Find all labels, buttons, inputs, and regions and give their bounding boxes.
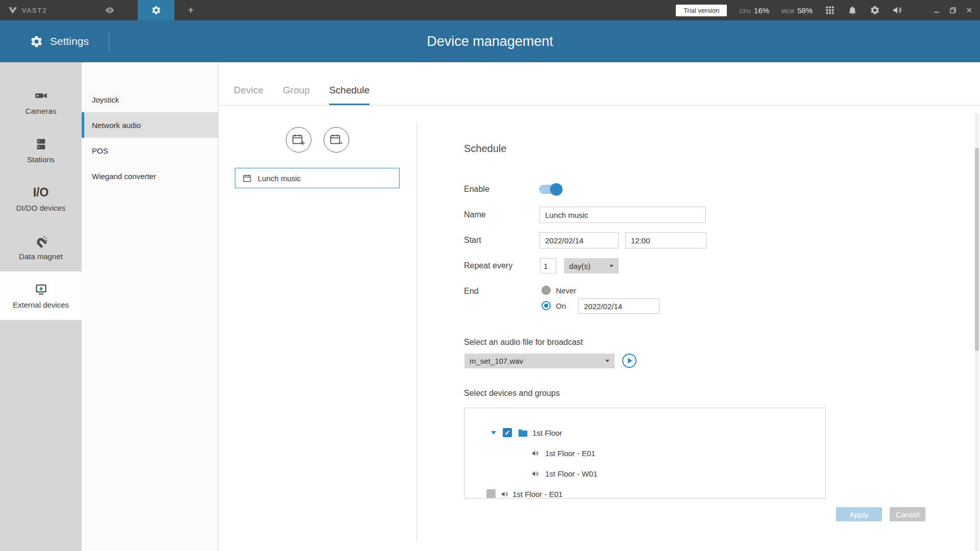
schedule-item-label: Lunch music (258, 174, 301, 183)
tree-row-e01[interactable]: 1st Floor - E01 (464, 443, 825, 463)
apps-grid-icon[interactable] (825, 5, 835, 15)
repeat-count-input[interactable] (540, 258, 556, 273)
app-name: VAST2 (22, 7, 47, 14)
chevron-down-icon (609, 265, 614, 267)
titlebar-right: Trial version CPU 16% MEM 58% (676, 0, 973, 20)
sidebar-item-network-audio[interactable]: Network audio (82, 112, 218, 138)
rail-item-dido-devices[interactable]: I/O DI/DO devices (0, 174, 82, 223)
radio-on[interactable] (542, 301, 551, 310)
titlebar: VAST2 + Trial version CPU 16% MEM 58% (0, 0, 980, 20)
vast-logo-icon (8, 7, 17, 14)
remove-schedule-button[interactable] (324, 127, 349, 153)
tree-node-label: 1st Floor - E01 (545, 449, 595, 458)
play-audio-button[interactable] (622, 353, 637, 368)
rail-item-stations[interactable]: Stations (0, 126, 82, 174)
add-schedule-button[interactable] (286, 127, 311, 153)
mem-stat: MEM 58% (781, 6, 813, 15)
app-logo: VAST2 (8, 0, 47, 20)
pane-divider (416, 123, 417, 541)
end-on-option[interactable]: On (542, 301, 566, 310)
window-controls (933, 7, 973, 14)
io-icon: I/O (33, 186, 49, 199)
devices-groups-label: Select devices and groups (464, 389, 560, 398)
never-label: Never (556, 286, 576, 295)
body: Cameras Stations I/O DI/DO devices Data … (0, 62, 980, 551)
form-heading: Schedule (464, 143, 506, 155)
repeat-unit-select[interactable]: day(s) (564, 258, 619, 273)
device-tree: 1st Floor 1st Floor - E01 1st Floor - W0… (464, 408, 826, 498)
tree-node-label: 1st Floor (532, 429, 562, 437)
close-icon[interactable] (966, 7, 973, 14)
sidebar-item-joystick[interactable]: Joystick (82, 87, 218, 112)
mem-value: 58% (797, 6, 813, 15)
rail-item-label: Cameras (26, 107, 57, 115)
calendar-remove-icon (330, 134, 343, 146)
audio-file-select[interactable]: m_set_107.wav (464, 354, 615, 368)
tree-row-e01-partial[interactable]: 1st Floor - E01 (464, 484, 825, 498)
tab-schedule[interactable]: Schedule (329, 85, 370, 105)
enable-toggle[interactable] (539, 185, 561, 194)
rail-item-label: DI/DO devices (16, 204, 66, 212)
repeat-unit-value: day(s) (569, 262, 591, 270)
settings-tab[interactable] (138, 0, 175, 20)
sidebar-item-wiegand-converter[interactable]: Wiegand converter (82, 163, 218, 189)
restore-icon[interactable] (949, 7, 957, 14)
sidebar-item-pos[interactable]: POS (82, 138, 218, 163)
start-time-input[interactable] (625, 232, 706, 248)
calendar-add-icon (292, 134, 305, 146)
play-icon (622, 353, 637, 368)
gear-icon (151, 5, 161, 15)
tab-bar: Device Group Schedule (234, 85, 370, 105)
checkbox-checked[interactable] (503, 428, 512, 437)
rail-item-label: Data magnet (19, 252, 63, 261)
start-date-input[interactable] (540, 232, 619, 248)
end-date-input[interactable] (578, 298, 659, 314)
rail-item-data-magnet[interactable]: Data magnet (0, 223, 82, 271)
notifications-bell-icon[interactable] (847, 5, 857, 15)
speaker-icon (531, 449, 540, 457)
rail-item-external-devices[interactable]: External devices (0, 271, 82, 320)
checkbox-unchecked[interactable] (486, 489, 496, 498)
audio-file-label: Select an audio file for broadcast (464, 338, 583, 347)
cancel-button[interactable]: Cancel (890, 507, 925, 521)
tree-node-label: 1st Floor - W01 (545, 469, 598, 478)
schedule-list-item[interactable]: Lunch music (235, 168, 400, 188)
camera-icon (34, 89, 48, 103)
expand-arrow-icon[interactable] (491, 431, 496, 435)
viewer-eye-icon[interactable] (105, 5, 115, 15)
name-input[interactable] (540, 207, 706, 223)
volume-speaker-icon[interactable] (892, 5, 902, 15)
tab-device[interactable]: Device (234, 85, 263, 105)
vast2-window: VAST2 + Trial version CPU 16% MEM 58% (0, 0, 980, 551)
left-rail: Cameras Stations I/O DI/DO devices Data … (0, 62, 82, 551)
audio-file-value: m_set_107.wav (470, 357, 523, 365)
rail-item-label: Stations (27, 155, 55, 164)
end-never-option[interactable]: Never (542, 286, 576, 295)
speaker-icon (500, 490, 509, 498)
page-header: Settings Device management (0, 20, 980, 62)
tabs-divider (218, 105, 980, 106)
enable-label: Enable (464, 185, 489, 194)
main-content: Device Group Schedule Lunch music Schedu… (218, 62, 980, 551)
cpu-stat: CPU 16% (739, 6, 769, 15)
minimize-icon[interactable] (933, 7, 940, 14)
tree-row-1st-floor[interactable]: 1st Floor (464, 422, 825, 443)
name-label: Name (464, 210, 486, 219)
apply-button[interactable]: Apply (836, 507, 882, 521)
settings-gear-icon[interactable] (870, 5, 880, 15)
chevron-down-icon (605, 360, 609, 362)
tree-row-w01[interactable]: 1st Floor - W01 (464, 463, 825, 484)
new-tab-button[interactable]: + (180, 0, 202, 20)
sub-sidebar: Joystick Network audio POS Wiegand conve… (82, 62, 218, 551)
trial-version-button[interactable]: Trial version (676, 5, 727, 16)
tree-node-label: 1st Floor - E01 (512, 490, 562, 498)
rail-item-cameras[interactable]: Cameras (0, 78, 82, 126)
external-devices-icon (34, 283, 48, 296)
radio-never[interactable] (542, 286, 551, 295)
tab-group[interactable]: Group (283, 85, 310, 105)
scrollbar-thumb[interactable] (975, 148, 979, 351)
repeat-every-label: Repeat every (464, 261, 512, 270)
toggle-knob (550, 183, 562, 195)
calendar-icon (242, 173, 252, 183)
speaker-icon (531, 470, 540, 478)
